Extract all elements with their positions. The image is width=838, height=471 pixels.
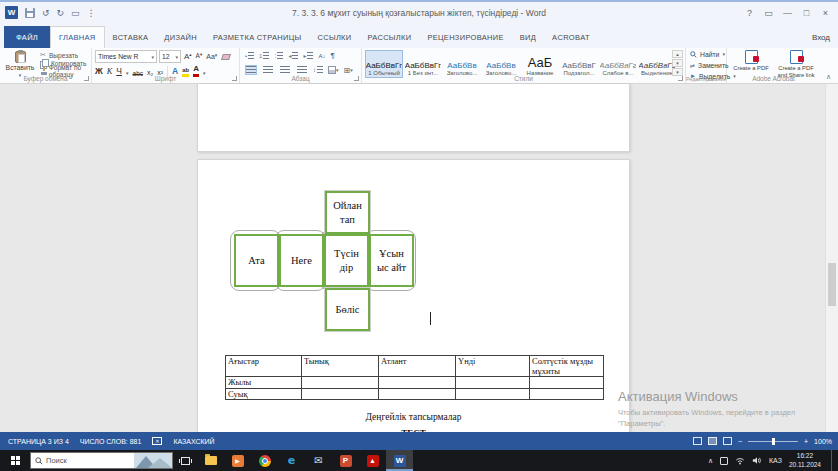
clock[interactable]: 16:22 20.11.2024 [789, 452, 821, 469]
diagram-cell-ata[interactable]: Ата [234, 234, 279, 287]
edge-button[interactable]: e [278, 450, 305, 471]
sort-icon[interactable]: А↓ [318, 53, 325, 59]
shading-icon[interactable]: ▾ [328, 66, 339, 74]
diagram-cell-right[interactable]: Ұсын ыс айт [369, 234, 414, 287]
web-layout-icon[interactable] [723, 437, 732, 445]
file-explorer-button[interactable] [197, 450, 224, 471]
zoom-in-icon[interactable]: + [804, 438, 808, 445]
zoom-slider[interactable] [748, 441, 798, 442]
vertical-scrollbar[interactable] [825, 84, 838, 432]
acrobat-button[interactable]: ▲ [359, 450, 386, 471]
save-icon[interactable] [25, 8, 35, 18]
tab-mailings[interactable]: РАССЫЛКИ [359, 26, 419, 48]
mail-button[interactable]: ✉ [305, 450, 332, 471]
create-pdf-button[interactable]: Create a PDF [729, 50, 773, 72]
grow-font-button[interactable]: А▴ [183, 53, 193, 61]
proofing-errors-icon[interactable]: ✕ [152, 437, 162, 445]
chrome-button[interactable] [251, 450, 278, 471]
tab-file[interactable]: ФАЙЛ [4, 26, 50, 48]
diagram-cell-center[interactable]: Түсін дір [324, 234, 369, 287]
table-cell[interactable] [530, 377, 604, 388]
page-2-bottom[interactable] [197, 84, 630, 152]
style-normal[interactable]: АаБбВвГг 1 Обычный [365, 50, 403, 78]
style-subtitle[interactable]: АаБбВвГ Подзагол... [560, 50, 598, 78]
table-cell[interactable]: Суық [226, 388, 302, 399]
zoom-slider-thumb[interactable] [772, 438, 775, 445]
show-desktop-button[interactable] [831, 450, 836, 471]
tray-app-icon[interactable] [720, 457, 728, 465]
taskbar-search-box[interactable] [30, 452, 173, 469]
table-cell[interactable] [456, 388, 530, 399]
wifi-icon[interactable] [735, 456, 745, 465]
replace-button[interactable]: ⇄ Заменить [690, 60, 726, 70]
word-taskbar-button[interactable]: W [386, 450, 413, 471]
restore-icon[interactable]: □ [797, 4, 816, 22]
styles-scroll-up-icon[interactable]: ▴ [672, 50, 683, 58]
document-subtitle[interactable]: Деңгейлік тапсырмалар [198, 412, 629, 422]
page-indicator[interactable]: СТРАНИЦА 3 ИЗ 4 [8, 438, 69, 445]
sign-in-link[interactable]: Вход [812, 33, 830, 42]
speaker-icon[interactable] [752, 456, 762, 465]
table-header[interactable]: Солтүстік мұзды мұхиты [530, 356, 604, 377]
bullets-icon[interactable]: • [245, 52, 254, 60]
zoom-level[interactable]: 100% [814, 438, 832, 445]
word-count[interactable]: ЧИСЛО СЛОВ: 881 [80, 438, 142, 445]
start-button[interactable] [0, 450, 30, 471]
diagram-cell-nege[interactable]: Неге [279, 234, 324, 287]
customize-qat-icon[interactable]: ⋮ [87, 8, 96, 18]
change-case-button[interactable]: Аа▾ [205, 53, 218, 60]
collapse-ribbon-icon[interactable]: ∧ [826, 73, 831, 81]
table-header[interactable]: Үнді [456, 356, 530, 377]
font-size-select[interactable]: 12 ▾ [159, 50, 181, 63]
tab-acrobat[interactable]: ACROBAT [544, 26, 598, 48]
tab-review[interactable]: РЕЦЕНЗИРОВАНИЕ [419, 26, 511, 48]
multilevel-list-icon[interactable]: ⁚ [274, 52, 283, 60]
align-left-button[interactable] [245, 65, 257, 75]
tab-home[interactable]: ГЛАВНАЯ [50, 26, 105, 48]
format-painter-button[interactable]: Формат по образцу [40, 67, 91, 75]
increase-indent-icon[interactable]: ▸ [303, 52, 313, 60]
find-button[interactable]: Найти ▾ [690, 49, 726, 59]
style-title[interactable]: АаБ Название [521, 50, 559, 78]
tab-page-layout[interactable]: РАЗМЕТКА СТРАНИЦЫ [205, 26, 310, 48]
table-cell[interactable] [379, 388, 456, 399]
tab-design[interactable]: ДИЗАЙН [156, 26, 205, 48]
scrollbar-thumb[interactable] [828, 263, 836, 306]
clipboard-dialog-launcher-icon[interactable] [84, 76, 89, 81]
font-name-select[interactable]: Times New R ▾ [95, 50, 157, 63]
tab-insert[interactable]: ВСТАВКА [105, 26, 157, 48]
language-indicator[interactable]: КАЗАХСКИЙ [173, 438, 214, 445]
justify-button[interactable] [296, 65, 308, 75]
paragraph-dialog-launcher-icon[interactable] [354, 76, 359, 81]
table-cell[interactable]: Жылы [226, 377, 302, 388]
table-cell[interactable] [302, 388, 379, 399]
numbering-icon[interactable]: 1 [259, 52, 269, 60]
diagram-cell-bottom[interactable]: Бөліс [325, 288, 370, 331]
page-3[interactable]: Ойлан тап Ата Неге Түсін дір Ұсын ыс айт… [197, 159, 630, 432]
clear-formatting-icon[interactable] [221, 54, 231, 60]
minimize-icon[interactable]: — [778, 4, 797, 22]
tab-view[interactable]: ВИД [512, 26, 544, 48]
line-spacing-icon[interactable]: ↕ [313, 66, 323, 74]
decrease-indent-icon[interactable]: ◂ [288, 52, 298, 60]
ribbon-display-options-icon[interactable]: ▭ [759, 4, 778, 22]
ocean-currents-table[interactable]: Ағыстар Тынық Атлант Үнді Солтүстік мұзд… [225, 355, 604, 400]
print-layout-icon[interactable] [708, 437, 717, 445]
style-subtle-emphasis[interactable]: АаБбВвГг Слабое в... [599, 50, 637, 78]
tab-references[interactable]: ССЫЛКИ [310, 26, 360, 48]
style-emphasis[interactable]: АаБбВвГг Выделение [638, 50, 676, 78]
table-cell[interactable] [302, 377, 379, 388]
align-right-button[interactable] [279, 65, 291, 75]
styles-dialog-launcher-icon[interactable] [678, 76, 683, 81]
table-header[interactable]: Тынық [302, 356, 379, 377]
table-cell[interactable] [379, 377, 456, 388]
styles-scroll-down-icon[interactable]: ▾ [672, 59, 683, 67]
style-heading1[interactable]: АаБбВв Заголово... [443, 50, 481, 78]
task-view-button[interactable] [173, 457, 197, 465]
read-mode-icon[interactable] [693, 437, 702, 445]
undo-icon[interactable]: ↺ [42, 8, 50, 18]
touch-mode-icon[interactable]: ▭ [71, 8, 80, 18]
hidden-icons-chevron-icon[interactable]: ∧ [708, 457, 713, 465]
table-cell[interactable] [456, 377, 530, 388]
close-icon[interactable]: × [816, 4, 835, 22]
